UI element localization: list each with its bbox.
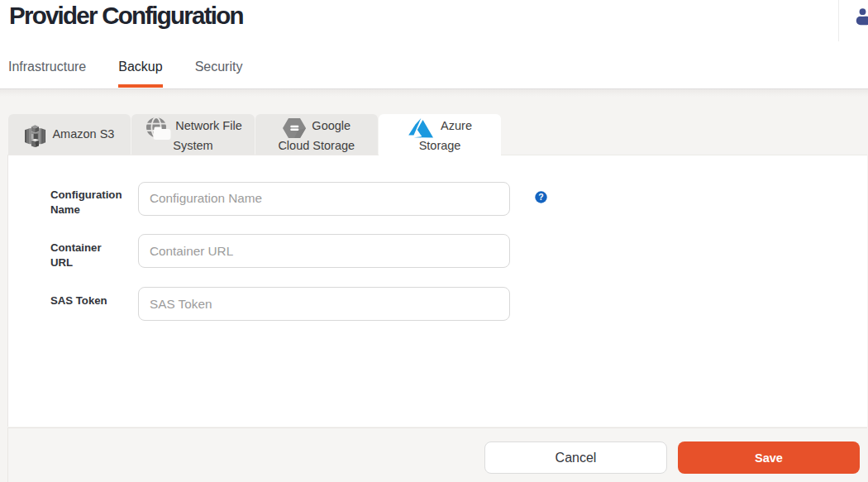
svg-text:?: ? xyxy=(538,192,543,202)
